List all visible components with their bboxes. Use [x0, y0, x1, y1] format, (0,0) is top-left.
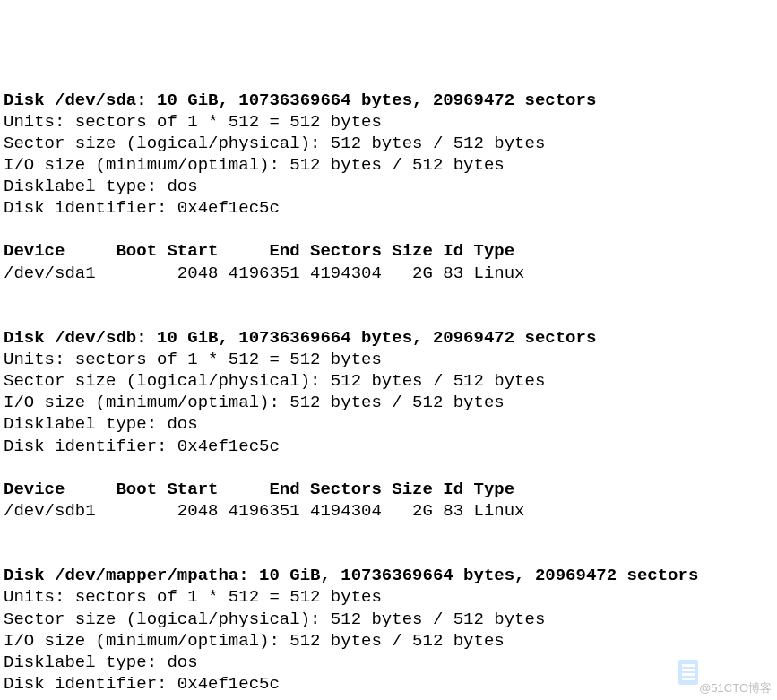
- disk-label-type: Disklabel type: dos: [4, 177, 198, 196]
- terminal-output[interactable]: Disk /dev/sda: 10 GiB, 10736369664 bytes…: [4, 90, 773, 701]
- disk-io-size: I/O size (minimum/optimal): 512 bytes / …: [4, 631, 505, 651]
- disk-identifier: Disk identifier: 0x4ef1ec5c: [4, 436, 280, 456]
- disk-header: Disk /dev/sda: 10 GiB, 10736369664 bytes…: [4, 91, 596, 110]
- disk-header: Disk /dev/sdb: 10 GiB, 10736369664 bytes…: [4, 328, 596, 348]
- disk-io-size: I/O size (minimum/optimal): 512 bytes / …: [4, 155, 505, 175]
- partition-table-header: Device Boot Start End Sectors Size Id Ty…: [4, 241, 514, 261]
- disk-sector-size: Sector size (logical/physical): 512 byte…: [4, 134, 545, 153]
- partition-table-header: Device Boot Start End Sectors Size Id Ty…: [4, 480, 514, 499]
- partition-row: /dev/sdb1 2048 4196351 4194304 2G 83 Lin…: [4, 501, 525, 521]
- disk-identifier: Disk identifier: 0x4ef1ec5c: [4, 674, 280, 694]
- watermark-text: @51CTO博客: [699, 681, 772, 696]
- disk-label-type: Disklabel type: dos: [4, 414, 198, 434]
- disk-units: Units: sectors of 1 * 512 = 512 bytes: [4, 587, 382, 607]
- disk-header: Disk /dev/mapper/mpatha: 10 GiB, 1073636…: [4, 566, 698, 585]
- disk-units: Units: sectors of 1 * 512 = 512 bytes: [4, 112, 382, 132]
- disk-label-type: Disklabel type: dos: [4, 652, 198, 672]
- disk-sector-size: Sector size (logical/physical): 512 byte…: [4, 371, 545, 391]
- disk-io-size: I/O size (minimum/optimal): 512 bytes / …: [4, 393, 505, 412]
- disk-identifier: Disk identifier: 0x4ef1ec5c: [4, 198, 280, 218]
- document-icon: [678, 660, 698, 685]
- disk-sector-size: Sector size (logical/physical): 512 byte…: [4, 609, 545, 629]
- partition-row: /dev/sda1 2048 4196351 4194304 2G 83 Lin…: [4, 264, 525, 283]
- disk-units: Units: sectors of 1 * 512 = 512 bytes: [4, 350, 382, 369]
